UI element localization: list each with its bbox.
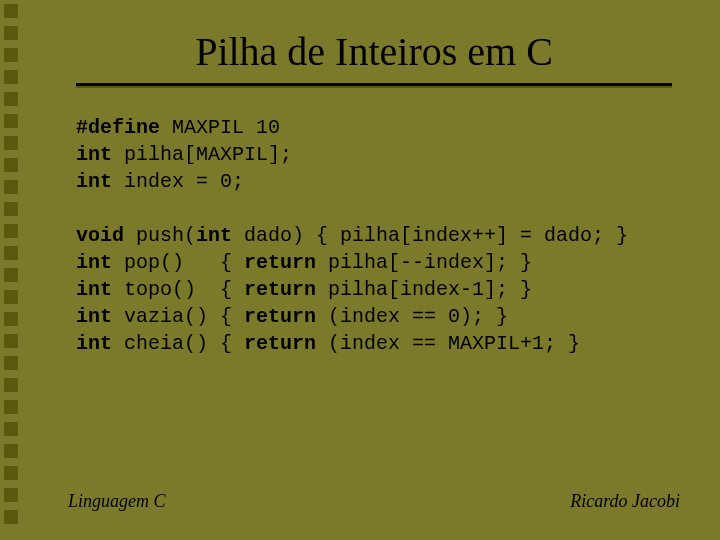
code-text: push( (124, 224, 196, 247)
code-text: pilha[index-1]; } (316, 278, 532, 301)
code-text: pilha[--index]; } (316, 251, 532, 274)
square-bullet (4, 114, 18, 128)
footer-right: Ricardo Jacobi (570, 491, 680, 512)
code-text: (index == 0); } (316, 305, 508, 328)
decorative-left-border (0, 0, 28, 540)
keyword-int: int (76, 332, 112, 355)
square-bullet (4, 356, 18, 370)
code-line: int cheia() { return (index == MAXPIL+1;… (76, 330, 720, 357)
square-bullet (4, 290, 18, 304)
square-bullet (4, 400, 18, 414)
code-text: (index == MAXPIL+1; } (316, 332, 580, 355)
code-line: int index = 0; (76, 168, 720, 195)
code-text: MAXPIL 10 (160, 116, 280, 139)
keyword-void: void (76, 224, 124, 247)
square-bullet (4, 466, 18, 480)
square-bullet (4, 510, 18, 524)
slide-content: Pilha de Inteiros em C #define MAXPIL 10… (28, 0, 720, 540)
square-bullet (4, 334, 18, 348)
code-line: #define MAXPIL 10 (76, 114, 720, 141)
code-text: pilha[MAXPIL]; (112, 143, 292, 166)
page-title: Pilha de Inteiros em C (28, 28, 720, 75)
keyword-int: int (76, 143, 112, 166)
square-bullet (4, 422, 18, 436)
keyword-return: return (244, 332, 316, 355)
title-underline (76, 83, 672, 86)
keyword-return: return (244, 305, 316, 328)
keyword-int: int (196, 224, 232, 247)
square-bullet (4, 224, 18, 238)
code-text: vazia() { (112, 305, 244, 328)
square-bullet (4, 202, 18, 216)
code-line: int pilha[MAXPIL]; (76, 141, 720, 168)
footer-left: Linguagem C (68, 491, 166, 512)
code-text: topo() { (112, 278, 244, 301)
code-line: int pop() { return pilha[--index]; } (76, 249, 720, 276)
keyword-int: int (76, 170, 112, 193)
square-bullet (4, 70, 18, 84)
code-line: int vazia() { return (index == 0); } (76, 303, 720, 330)
square-bullet (4, 4, 18, 18)
square-bullet (4, 92, 18, 106)
code-text: index = 0; (112, 170, 244, 193)
code-text: dado) { pilha[index++] = dado; } (232, 224, 628, 247)
square-bullet (4, 136, 18, 150)
keyword-int: int (76, 305, 112, 328)
square-bullet (4, 180, 18, 194)
code-line: void push(int dado) { pilha[index++] = d… (76, 222, 720, 249)
square-bullet (4, 268, 18, 282)
keyword-return: return (244, 278, 316, 301)
code-blank-line (76, 195, 720, 222)
keyword-return: return (244, 251, 316, 274)
code-text: cheia() { (112, 332, 244, 355)
square-bullet (4, 158, 18, 172)
square-bullet (4, 48, 18, 62)
square-bullet (4, 444, 18, 458)
keyword-define: #define (76, 116, 160, 139)
code-text: pop() { (112, 251, 244, 274)
keyword-int: int (76, 278, 112, 301)
square-bullet (4, 378, 18, 392)
square-bullet (4, 312, 18, 326)
square-bullet (4, 26, 18, 40)
square-bullet (4, 246, 18, 260)
keyword-int: int (76, 251, 112, 274)
square-bullet (4, 488, 18, 502)
code-block: #define MAXPIL 10 int pilha[MAXPIL]; int… (76, 114, 720, 357)
code-line: int topo() { return pilha[index-1]; } (76, 276, 720, 303)
